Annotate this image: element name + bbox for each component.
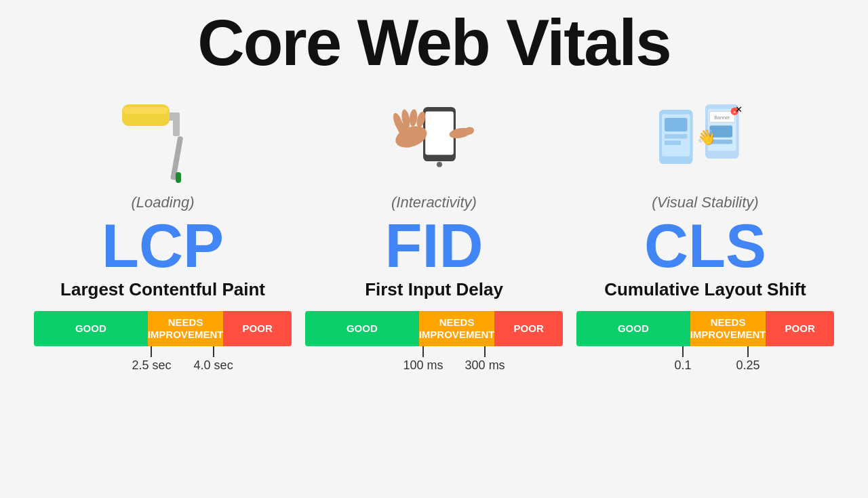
svg-rect-2 <box>173 112 180 136</box>
cls-rating-bar-container: GOOD NEEDS IMPROVEMENT POOR 0.1 0.25 <box>576 311 834 371</box>
cls-name: Cumulative Layout Shift <box>604 279 806 300</box>
cls-marker-line-1 <box>682 346 684 357</box>
cls-category: (Visual Stability) <box>652 194 758 211</box>
fid-label-1: 100 ms <box>403 358 443 373</box>
fid-marker-1: 100 ms <box>403 346 443 373</box>
lcp-category: (Loading) <box>132 194 195 211</box>
cls-acronym: CLS <box>644 215 766 276</box>
cls-label-1: 0.1 <box>674 358 691 373</box>
cls-good-bar: GOOD <box>576 311 690 346</box>
fid-poor-bar: POOR <box>494 311 563 346</box>
lcp-label-1: 2.5 sec <box>132 358 171 373</box>
svg-rect-22 <box>665 140 681 144</box>
svg-point-14 <box>409 108 418 126</box>
fid-marker-line-2 <box>484 346 486 357</box>
cls-rating-bar: GOOD NEEDS IMPROVEMENT POOR <box>576 311 834 346</box>
fid-name: First Input Delay <box>365 279 503 300</box>
page-title: Core Web Vitals <box>197 7 670 79</box>
svg-point-9 <box>437 161 442 167</box>
svg-rect-6 <box>176 172 181 183</box>
cls-marker-line-2 <box>747 346 749 357</box>
lcp-markers: 2.5 sec 4.0 sec <box>34 346 292 371</box>
lcp-good-bar: GOOD <box>34 311 148 346</box>
svg-text:✕: ✕ <box>735 104 743 115</box>
fid-category: (Interactivity) <box>391 194 477 211</box>
cls-needs-bar: NEEDS IMPROVEMENT <box>690 311 766 346</box>
cls-marker-2: 0.25 <box>736 346 760 373</box>
lcp-acronym: LCP <box>102 215 224 276</box>
lcp-needs-bar: NEEDS IMPROVEMENT <box>148 311 224 346</box>
cls-markers: 0.1 0.25 <box>576 346 834 371</box>
fid-acronym: FID <box>385 215 484 276</box>
lcp-label-2: 4.0 sec <box>194 358 233 373</box>
cls-card: Banner × 👋 ✕ (Visual Stability) CLS Cumu… <box>576 85 834 371</box>
lcp-rating-bar: GOOD NEEDS IMPROVEMENT POOR <box>34 311 292 346</box>
vitals-grid: (Loading) LCP Largest Contentful Paint G… <box>0 85 868 371</box>
svg-text:Banner: Banner <box>714 114 730 120</box>
cls-label-2: 0.25 <box>736 358 760 373</box>
fid-good-bar: GOOD <box>305 311 419 346</box>
paint-roller-icon <box>108 85 217 194</box>
cls-poor-bar: POOR <box>766 311 834 346</box>
fid-rating-bar: GOOD NEEDS IMPROVEMENT POOR <box>305 311 563 346</box>
svg-rect-21 <box>665 134 688 138</box>
fid-markers: 100 ms 300 ms <box>305 346 563 371</box>
lcp-marker-line-2 <box>213 346 214 357</box>
fid-marker-line-1 <box>422 346 424 357</box>
svg-rect-8 <box>425 111 454 154</box>
lcp-name: Largest Contentful Paint <box>60 279 265 300</box>
svg-text:👋: 👋 <box>697 128 716 146</box>
layout-shift-icon: Banner × 👋 ✕ <box>651 85 760 194</box>
fid-needs-bar: NEEDS IMPROVEMENT <box>419 311 495 346</box>
fid-card: (Interactivity) FID First Input Delay GO… <box>305 85 563 371</box>
fid-label-2: 300 ms <box>465 358 505 373</box>
lcp-rating-bar-container: GOOD NEEDS IMPROVEMENT POOR 2.5 sec 4.0 … <box>34 311 292 371</box>
lcp-marker-2: 4.0 sec <box>194 346 233 373</box>
lcp-poor-bar: POOR <box>223 311 292 346</box>
svg-rect-20 <box>665 118 688 131</box>
cls-marker-1: 0.1 <box>674 346 691 373</box>
phone-touch-icon <box>380 85 488 194</box>
lcp-card: (Loading) LCP Largest Contentful Paint G… <box>34 85 292 371</box>
lcp-marker-1: 2.5 sec <box>132 346 171 373</box>
fid-rating-bar-container: GOOD NEEDS IMPROVEMENT POOR 100 ms 300 m… <box>305 311 563 371</box>
lcp-marker-line-1 <box>151 346 152 357</box>
svg-rect-5 <box>123 107 168 114</box>
fid-marker-2: 300 ms <box>465 346 505 373</box>
